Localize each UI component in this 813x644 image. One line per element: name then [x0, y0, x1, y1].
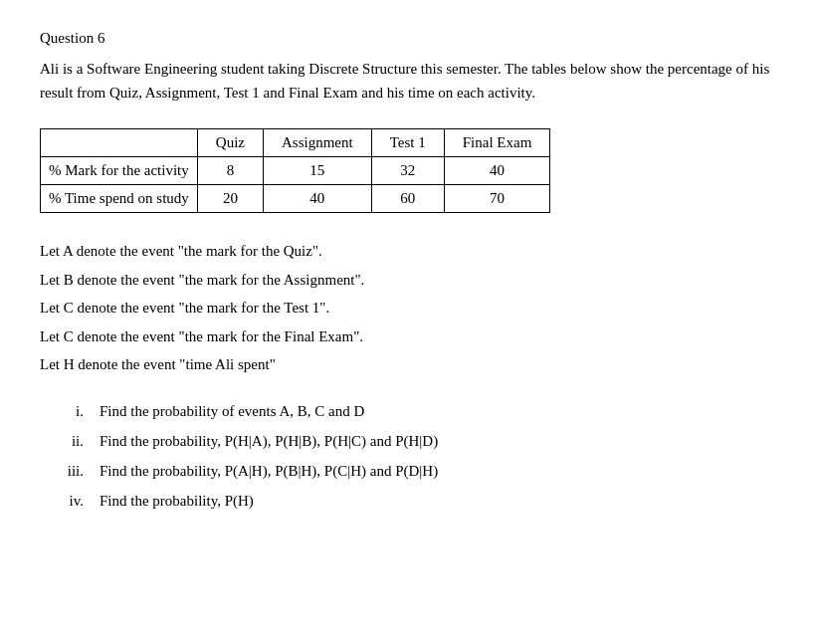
task-item-i: i. Find the probability of events A, B, … — [40, 399, 773, 423]
task-content-iii: Find the probability, P(A|H), P(B|H), P(… — [100, 459, 773, 483]
definition-a: Let A denote the event "the mark for the… — [40, 237, 773, 266]
tasks-section: i. Find the probability of events A, B, … — [40, 399, 773, 513]
data-table: Quiz Assignment Test 1 Final Exam % Mark… — [40, 128, 550, 213]
task-content-iv: Find the probability, P(H) — [100, 489, 773, 513]
row-mark-label: % Mark for the activity — [41, 157, 198, 185]
task-label-i: i. — [40, 399, 100, 423]
header-quiz: Quiz — [197, 129, 263, 157]
row-mark-final: 40 — [444, 157, 550, 185]
row-time-test1: 60 — [371, 185, 444, 213]
row-mark-quiz: 8 — [197, 157, 263, 185]
definition-c2: Let C denote the event "the mark for the… — [40, 322, 773, 351]
header-final-exam: Final Exam — [444, 129, 550, 157]
header-empty — [41, 129, 198, 157]
task-label-iv: iv. — [40, 489, 100, 513]
table-header-row: Quiz Assignment Test 1 Final Exam — [41, 129, 550, 157]
table-row-mark: % Mark for the activity 8 15 32 40 — [41, 157, 550, 185]
definitions-section: Let A denote the event "the mark for the… — [40, 237, 773, 379]
table-row-time: % Time spend on study 20 40 60 70 — [41, 185, 550, 213]
table-container: Quiz Assignment Test 1 Final Exam % Mark… — [40, 128, 773, 213]
row-time-assignment: 40 — [264, 185, 372, 213]
row-mark-test1: 32 — [371, 157, 444, 185]
definition-h: Let H denote the event "time Ali spent" — [40, 350, 773, 379]
task-item-iii: iii. Find the probability, P(A|H), P(B|H… — [40, 459, 773, 483]
task-label-iii: iii. — [40, 459, 100, 483]
row-time-final: 70 — [444, 185, 550, 213]
row-time-label: % Time spend on study — [41, 185, 198, 213]
row-mark-assignment: 15 — [264, 157, 372, 185]
header-test1: Test 1 — [371, 129, 444, 157]
task-item-iv: iv. Find the probability, P(H) — [40, 489, 773, 513]
task-label-ii: ii. — [40, 429, 100, 453]
definition-c1: Let C denote the event "the mark for the… — [40, 294, 773, 322]
question-number: Question 6 — [40, 30, 773, 47]
task-content-ii: Find the probability, P(H|A), P(H|B), P(… — [100, 429, 773, 453]
row-time-quiz: 20 — [197, 185, 263, 213]
task-content-i: Find the probability of events A, B, C a… — [100, 399, 773, 423]
question-description: Ali is a Software Engineering student ta… — [40, 57, 773, 105]
definition-b: Let B denote the event "the mark for the… — [40, 266, 773, 295]
task-item-ii: ii. Find the probability, P(H|A), P(H|B)… — [40, 429, 773, 453]
header-assignment: Assignment — [264, 129, 372, 157]
